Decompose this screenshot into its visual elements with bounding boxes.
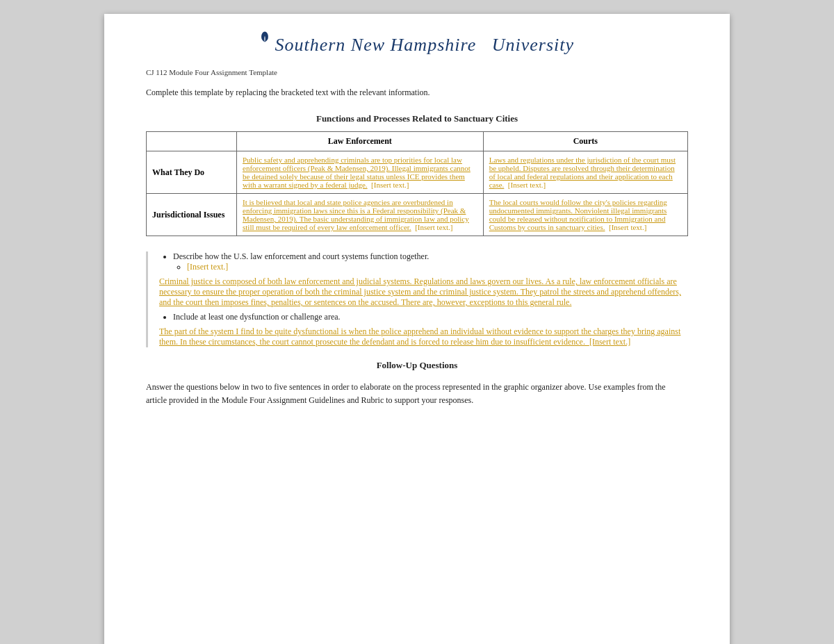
logo-text-secondary: University — [492, 35, 574, 55]
row1-col2-insert: [Insert text.] — [508, 181, 546, 189]
table-row-jurisdictional-issues: Jurisdictional Issues It is believed tha… — [147, 194, 688, 236]
bullet1-body-text: Criminal justice is composed of both law… — [159, 276, 688, 308]
section-title: Functions and Processes Related to Sanct… — [146, 113, 688, 124]
logo-text: Southern New Hampshire University — [260, 35, 574, 55]
col-empty-header — [147, 132, 237, 151]
row2-col1-insert: [Insert text.] — [415, 223, 452, 231]
document-page: Southern New Hampshire University CJ 112… — [104, 14, 730, 644]
row1-courts-cell: Laws and regulations under the jurisdict… — [483, 151, 687, 194]
bullet2-label: Include at least one dysfunction or chal… — [173, 312, 341, 322]
table-row-what-they-do: What They Do Public safety and apprehend… — [147, 151, 688, 194]
bullet-item-2: Include at least one dysfunction or chal… — [173, 312, 688, 322]
follow-up-title: Follow-Up Questions — [146, 360, 688, 371]
bullet-section: Describe how the U.S. law enforcement an… — [146, 251, 688, 347]
bullet-item-1: Describe how the U.S. law enforcement an… — [173, 251, 688, 272]
bullet-sub-list: [Insert text.] — [187, 262, 688, 272]
bullet-list-2: Include at least one dysfunction or chal… — [173, 312, 688, 322]
bullet2-body-text: The part of the system I find to be quit… — [159, 327, 688, 347]
row1-col1-insert: [Insert text.] — [371, 181, 409, 189]
row2-law-enforcement-cell: It is believed that local and state poli… — [237, 194, 484, 236]
leaf-icon — [259, 31, 271, 43]
logo-text-main: Southern New Hampshire — [275, 35, 476, 55]
col-law-enforcement-header: Law Enforcement — [237, 132, 484, 151]
row1-col1-text: Public safety and apprehending criminals… — [243, 156, 471, 189]
intro-text: Complete this template by replacing the … — [146, 88, 688, 98]
col-courts-header: Courts — [483, 132, 687, 151]
bullet2-insert-span: [Insert text.] — [589, 337, 630, 347]
bullet1-sub-insert: [Insert text.] — [187, 262, 688, 272]
row2-courts-cell: The local courts would follow the city's… — [483, 194, 687, 236]
bullet1-bold: function together. — [370, 251, 430, 261]
header: Southern New Hampshire University — [146, 35, 688, 56]
bullet-list-outer: Describe how the U.S. law enforcement an… — [173, 251, 688, 272]
snhu-logo: Southern New Hampshire University — [260, 35, 574, 56]
follow-up-text: Answer the questions below in two to fiv… — [146, 381, 688, 407]
row-header-what-they-do: What They Do — [147, 151, 237, 194]
row-header-jurisdictional: Jurisdictional Issues — [147, 194, 237, 236]
row1-law-enforcement-cell: Public safety and apprehending criminals… — [237, 151, 484, 194]
bullet1-label: Describe how the U.S. law enforcement an… — [173, 251, 370, 261]
row2-col2-insert: [Insert text.] — [609, 223, 646, 231]
course-label: CJ 112 Module Four Assignment Template — [146, 68, 688, 76]
bullet1-sub-insert-text: [Insert text.] — [187, 262, 228, 272]
main-table: Law Enforcement Courts What They Do Publ… — [146, 131, 688, 236]
